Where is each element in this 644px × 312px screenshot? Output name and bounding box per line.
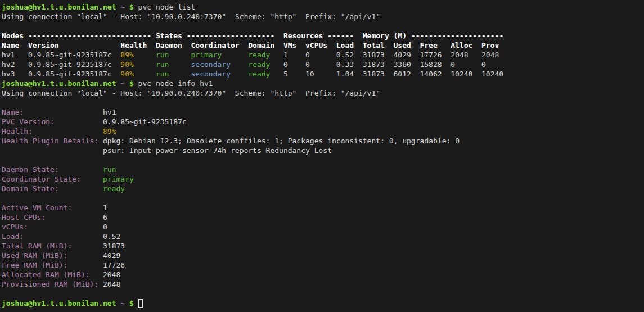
cell-free-ram: 17726 (420, 50, 451, 60)
cell-load: 0.52 (336, 50, 363, 60)
prompt-symbol: $ (129, 2, 134, 12)
info-row-pvc-version: PVC Version:0.9.85~git-9235187c (2, 117, 644, 126)
blank-line (2, 21, 644, 31)
col-header-vms: VMs (283, 40, 305, 50)
cell-vms: 1 (283, 50, 305, 60)
prompt-symbol: $ (129, 79, 134, 88)
info-label-provisioned-ram: Provisioned RAM (MiB): (2, 279, 103, 289)
col-header-health: Health (120, 40, 156, 50)
info-row-coordinator-state: Coordinator State:primary (2, 174, 644, 184)
info-value-allocated-ram: 2048 (103, 270, 120, 279)
cell-vcpus: 10 (305, 69, 336, 79)
info-value-health-plugin-psur: psur: Input power sensor 74h reports Red… (103, 146, 332, 155)
cell-coordinator-state: secondary (191, 69, 249, 79)
col-header-coordinator: Coordinator (191, 40, 249, 50)
prompt-cwd: ~ (120, 2, 125, 12)
table-row-hv3: hv30.9.85~git-9235187c90%runsecondaryrea… (2, 69, 644, 79)
info-label-load: Load: (2, 232, 103, 241)
cell-vms: 0 (283, 60, 305, 69)
blank-line (2, 98, 644, 107)
cell-prov-ram: 0 (481, 60, 503, 69)
command-node-list: pvc node list (138, 2, 196, 12)
info-value-free-ram: 17726 (103, 260, 125, 270)
blank-line (2, 289, 644, 299)
cell-name: hv3 (2, 69, 28, 79)
table-column-header: NameVersionHealthDaemonCoordinatorDomain… (2, 40, 644, 50)
info-label-pvc-version: PVC Version: (2, 117, 103, 126)
cell-alloc-ram: 0 (451, 60, 481, 69)
cell-free-ram: 15828 (420, 60, 451, 69)
info-value-provisioned-ram: 2048 (103, 279, 120, 289)
cell-free-ram: 14062 (420, 69, 451, 79)
cell-total-ram: 31873 (363, 69, 394, 79)
info-value-domain-state: ready (103, 184, 125, 193)
info-value-coordinator-state: primary (103, 174, 134, 184)
section-resources-label: Resources (283, 31, 323, 40)
col-header-name: Name (2, 40, 28, 50)
info-row-load: Load:0.52 (2, 232, 644, 241)
blank-line (2, 193, 644, 203)
info-row-health-plugin-details: Health Plugin Details:dpkg: Debian 12.3;… (2, 136, 644, 146)
info-value-active-vm-count: 1 (103, 203, 107, 212)
section-states-label: States (156, 31, 182, 40)
connection-info: Using connection "local" - Host: "10.90.… (2, 12, 380, 21)
info-label-host-cpus: Host CPUs: (2, 212, 103, 222)
info-row-active-vm-count: Active VM Count:1 (2, 203, 644, 212)
info-row-domain-state: Domain State:ready (2, 184, 644, 193)
info-row-vcpus: vCPUs:0 (2, 222, 644, 232)
section-resources-rule: ------ (327, 31, 354, 40)
cell-daemon-state: run (156, 60, 191, 69)
info-label-daemon-state: Daemon State: (2, 165, 103, 174)
prompt-line-1: joshua@hv1.t.u.bonilan.net~$pvc node lis… (2, 2, 644, 12)
terminal[interactable]: joshua@hv1.t.u.bonilan.net~$pvc node lis… (0, 0, 644, 312)
table-section-header: Nodes----------------------------States-… (2, 31, 644, 40)
info-row-allocated-ram: Allocated RAM (MiB):2048 (2, 270, 644, 279)
info-label-free-ram: Free RAM (MiB): (2, 260, 103, 270)
info-row-total-ram: Total RAM (MiB):31873 (2, 241, 644, 251)
info-label-total-ram: Total RAM (MiB): (2, 241, 103, 251)
blank-line (2, 155, 644, 165)
cell-coordinator-state: secondary (191, 60, 249, 69)
info-label-vcpus: vCPUs: (2, 222, 103, 232)
cell-domain-state: ready (248, 50, 283, 60)
info-value-health: 89% (103, 126, 116, 136)
cell-used-ram: 4029 (394, 50, 420, 60)
section-nodes-rule: ---------------------------- (28, 31, 151, 40)
cell-version: 0.9.85~git-9235187c (28, 50, 120, 60)
cell-name: hv2 (2, 60, 28, 69)
cell-load: 1.04 (336, 69, 363, 79)
info-value-load: 0.52 (103, 232, 120, 241)
info-label-health: Health: (2, 126, 103, 136)
info-value-name: hv1 (103, 107, 116, 117)
info-row-health-plugin-psur: psur: Input power sensor 74h reports Red… (2, 146, 644, 155)
info-value-vcpus: 0 (103, 222, 107, 232)
prompt-symbol: $ (129, 299, 134, 308)
cell-coordinator-state: primary (191, 50, 249, 60)
info-value-daemon-state: run (103, 165, 116, 174)
col-header-daemon: Daemon (156, 40, 191, 50)
col-header-alloc: Alloc (451, 40, 481, 50)
info-label-name: Name: (2, 107, 103, 117)
info-label-coordinator-state: Coordinator State: (2, 174, 103, 184)
prompt-line-3: joshua@hv1.t.u.bonilan.net~$ (2, 299, 644, 308)
info-label-active-vm-count: Active VM Count: (2, 203, 103, 212)
terminal-cursor[interactable] (138, 299, 143, 308)
cell-vms: 5 (283, 69, 305, 79)
cell-daemon-state: run (156, 69, 191, 79)
prompt-cwd: ~ (120, 299, 125, 308)
cell-prov-ram: 2048 (481, 50, 503, 60)
info-row-daemon-state: Daemon State:run (2, 165, 644, 174)
cell-vcpus: 0 (305, 60, 336, 69)
cell-domain-state: ready (248, 60, 283, 69)
col-header-prov: Prov (481, 40, 503, 50)
cell-alloc-ram: 2048 (451, 50, 481, 60)
prompt-user-host: joshua@hv1.t.u.bonilan.net (2, 79, 116, 88)
info-value-total-ram: 31873 (103, 241, 125, 251)
info-row-free-ram: Free RAM (MiB):17726 (2, 260, 644, 270)
info-row-used-ram: Used RAM (MiB):4029 (2, 251, 644, 260)
cell-name: hv1 (2, 50, 28, 60)
info-label-domain-state: Domain State: (2, 184, 103, 193)
info-label-health-plugin-details: Health Plugin Details: (2, 136, 103, 146)
col-header-used: Used (394, 40, 420, 50)
cell-version: 0.9.85~git-9235187c (28, 60, 120, 69)
